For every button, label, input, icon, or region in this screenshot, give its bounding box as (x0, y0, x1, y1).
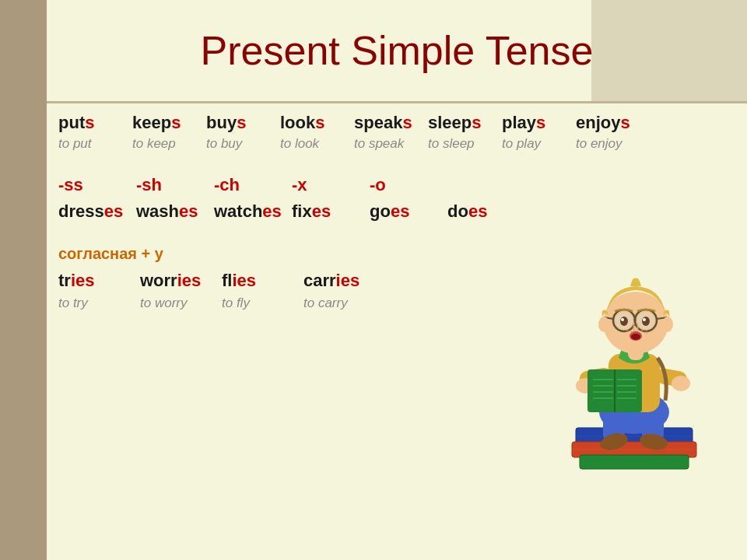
svg-point-40 (598, 317, 609, 332)
infinitive-cell: to buy (206, 136, 280, 152)
ending-cell: -o (370, 175, 447, 195)
infinitive-cell: to put (58, 136, 132, 152)
page-title: Present Simple Tense (47, 27, 747, 74)
verb-suffix: s (536, 113, 545, 132)
ies-infinitive-cell: to fly (222, 296, 303, 311)
verb-suffix: s (85, 113, 94, 132)
svg-point-41 (662, 317, 673, 332)
ies-verb-cell: carries (303, 271, 385, 291)
svg-point-39 (631, 334, 640, 340)
svg-point-45 (646, 331, 648, 334)
es-suffix: es (179, 201, 198, 221)
svg-point-42 (626, 330, 629, 332)
es-verb-cell: does (447, 201, 525, 222)
svg-point-43 (631, 331, 633, 334)
infinitive-cell: to sleep (428, 136, 502, 152)
es-suffix: es (468, 201, 487, 221)
verb-suffix: s (620, 113, 630, 132)
infinitive-cell: to speak (354, 136, 428, 152)
verb-cell: looks (280, 113, 354, 133)
verb-suffix: s (472, 113, 481, 132)
ies-verb-cell: worries (140, 271, 222, 291)
character-illustration (545, 233, 724, 474)
es-verb-cell: watches (214, 201, 292, 222)
ies-suffix: ies (177, 271, 202, 290)
svg-point-44 (641, 330, 644, 332)
ending-cell: -ss (58, 175, 136, 195)
es-verb-cell: dresses (58, 201, 136, 222)
es-suffix: es (312, 201, 331, 221)
svg-point-14 (672, 376, 690, 391)
verb-cell: enjoys (576, 113, 650, 133)
infinitive-cell: to play (502, 136, 576, 152)
ies-verb-cell: tries (58, 271, 140, 291)
es-verb-cell: fixes (292, 201, 370, 222)
verb-suffix: s (171, 113, 181, 132)
ending-cell: -x (292, 175, 370, 195)
verbs-row: putskeepsbuyslooksspeakssleepsplaysenjoy… (58, 113, 731, 133)
ies-verb-cell: flies (222, 271, 303, 291)
verb-suffix: s (237, 113, 246, 132)
section2: -ss-sh-ch-x-o dresseswasheswatchesfixesg… (58, 175, 731, 222)
infinitive-cell: to look (280, 136, 354, 152)
es-suffix: es (391, 201, 409, 221)
ies-infinitive-cell: to worry (140, 296, 222, 311)
es-verb-cell: washes (136, 201, 214, 222)
verb-suffix: s (315, 113, 324, 132)
ending-cell: -sh (136, 175, 214, 195)
svg-rect-2 (580, 455, 689, 469)
es-suffix: es (262, 201, 281, 221)
endings-row: -ss-sh-ch-x-o (58, 175, 731, 195)
verb-cell: sleeps (428, 113, 502, 133)
left-bar (0, 0, 47, 560)
verb-cell: puts (58, 113, 132, 133)
verb-cell: speaks (354, 113, 428, 133)
es-suffix: es (104, 201, 123, 221)
svg-point-35 (642, 317, 650, 326)
svg-point-37 (643, 318, 646, 321)
verb-suffix: s (402, 113, 412, 132)
svg-point-36 (621, 318, 624, 321)
ies-infinitive-cell: to try (58, 296, 140, 311)
infinitive-cell: to enjoy (576, 136, 650, 152)
verb-cell: buys (206, 113, 280, 133)
ies-suffix: ies (336, 271, 360, 290)
es-verb-cell: goes (370, 201, 447, 222)
infinitives-row: to putto keepto buyto lookto speakto sle… (58, 136, 731, 152)
ies-suffix: ies (232, 271, 256, 290)
es-verbs-row: dresseswasheswatchesfixesgoesdoes (58, 201, 731, 222)
ending-cell: -ch (214, 175, 292, 195)
infinitive-cell: to keep (132, 136, 206, 152)
svg-point-34 (620, 317, 628, 326)
top-bar (47, 101, 747, 103)
ies-suffix: ies (71, 271, 95, 290)
verb-cell: keeps (132, 113, 206, 133)
ies-infinitive-cell: to carry (303, 296, 385, 311)
verb-cell: plays (502, 113, 576, 133)
